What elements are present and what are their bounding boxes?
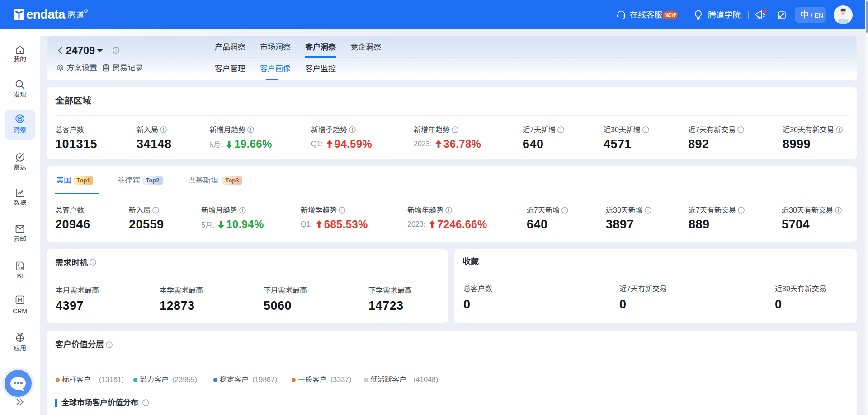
svg-text:BI: BI: [19, 266, 23, 270]
